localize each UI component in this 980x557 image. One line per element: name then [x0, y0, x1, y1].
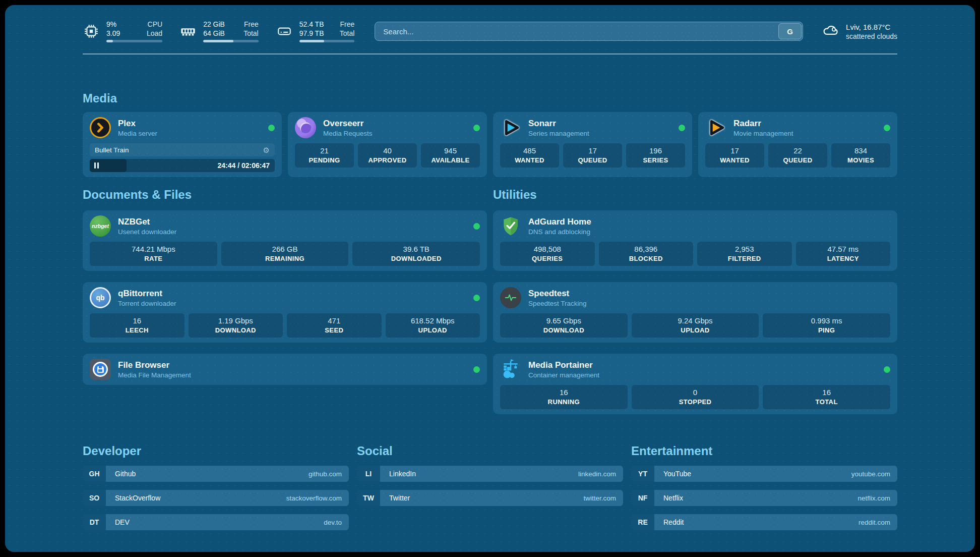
- social-links: Social LI LinkedIn linkedin.com TW Twitt…: [357, 443, 623, 538]
- memory-total-label: Total: [243, 29, 259, 37]
- link-name: Twitter: [389, 494, 410, 502]
- disk-free-value: 52.4 TB: [299, 20, 328, 28]
- section-title-developer: Developer: [83, 443, 349, 459]
- app-card-plex[interactable]: Plex Media server Bullet Train ⚙ 24:44 /…: [83, 112, 282, 177]
- disk-progress-track: [299, 40, 355, 42]
- plex-playback-bar[interactable]: 24:44 / 02:06:47: [90, 159, 275, 172]
- linkedin-abbr-icon: LI: [357, 466, 380, 482]
- status-online-dot: [473, 223, 480, 230]
- app-card-nzbget[interactable]: nzbget NZBGet Usenet downloader 744.21 M…: [83, 210, 487, 271]
- topbar: 9% 3.09 CPU Load: [83, 20, 897, 42]
- app-name: Plex: [118, 119, 157, 129]
- stat-upload: 9.24 GbpsUPLOAD: [632, 313, 759, 338]
- link-netflix[interactable]: NF Netflix netflix.com: [631, 490, 897, 506]
- cpu-icon: [83, 23, 100, 40]
- link-dev[interactable]: DT DEV dev.to: [83, 514, 349, 530]
- weather-condition: scattered clouds: [846, 32, 897, 40]
- dev-abbr-icon: DT: [83, 514, 106, 530]
- link-domain: netflix.com: [858, 494, 890, 502]
- app-name: Overseerr: [323, 119, 373, 129]
- search-input[interactable]: [375, 22, 803, 41]
- app-card-overseerr[interactable]: Overseerr Media Requests 21PENDING 40APP…: [288, 112, 487, 177]
- link-stackoverflow[interactable]: SO StackOverflow stackoverflow.com: [83, 490, 349, 506]
- app-name: AdGuard Home: [528, 217, 591, 227]
- app-card-speedtest[interactable]: Speedtest Speedtest Tracking 9.65 GbpsDO…: [493, 282, 897, 343]
- app-card-radarr[interactable]: Radarr Movie management 17WANTED 22QUEUE…: [698, 112, 897, 177]
- stat-series: 196SERIES: [626, 143, 685, 168]
- app-name: NZBGet: [118, 217, 176, 227]
- app-subtitle: Torrent downloader: [118, 300, 176, 307]
- entertainment-links: Entertainment YT YouTube youtube.com NF …: [631, 443, 897, 538]
- link-reddit[interactable]: RE Reddit reddit.com: [631, 514, 897, 530]
- stat-upload: 618.52 MbpsUPLOAD: [386, 313, 480, 338]
- cpu-load-value: 3.09: [106, 29, 135, 37]
- stat-pending: 21PENDING: [295, 143, 354, 168]
- link-domain: reddit.com: [859, 519, 890, 526]
- app-subtitle: Media Requests: [323, 130, 373, 137]
- app-name: Speedtest: [528, 289, 587, 299]
- status-online-dot: [679, 125, 685, 131]
- search-engine-button[interactable]: G: [778, 23, 802, 39]
- disk-total-label: Total: [340, 29, 355, 37]
- link-domain: dev.to: [324, 519, 342, 526]
- section-title-utilities: Utilities: [493, 187, 897, 202]
- status-online-dot: [473, 366, 480, 373]
- stat-available: 945AVAILABLE: [421, 143, 480, 168]
- section-title-social: Social: [357, 443, 623, 459]
- section-title-documents: Documents & Files: [83, 187, 487, 202]
- load-label: Load: [147, 29, 162, 37]
- stat-remaining: 266 GBREMAINING: [221, 242, 349, 266]
- status-online-dot: [473, 295, 480, 301]
- status-online-dot: [473, 125, 480, 131]
- app-card-qbittorrent[interactable]: qb qBittorrent Torrent downloader 16LEEC…: [83, 282, 487, 343]
- disk-progress-fill: [299, 40, 324, 42]
- cloud-icon: [821, 21, 839, 41]
- sonarr-icon: [500, 117, 521, 138]
- link-twitter[interactable]: TW Twitter twitter.com: [357, 490, 623, 506]
- link-domain: github.com: [309, 470, 342, 478]
- stat-running: 16RUNNING: [500, 385, 628, 409]
- link-name: Netflix: [663, 494, 683, 502]
- section-title-entertainment: Entertainment: [631, 443, 897, 459]
- stat-blocked: 86,396BLOCKED: [599, 242, 694, 266]
- link-name: DEV: [115, 518, 130, 526]
- cpu-usage-value: 9%: [106, 20, 135, 28]
- stat-leech: 16LEECH: [90, 313, 185, 338]
- twitter-abbr-icon: TW: [357, 490, 380, 506]
- stackoverflow-abbr-icon: SO: [83, 490, 106, 506]
- pause-icon[interactable]: [94, 162, 99, 169]
- stat-queued: 17QUEUED: [563, 143, 622, 168]
- link-youtube[interactable]: YT YouTube youtube.com: [631, 466, 897, 482]
- app-subtitle: Movie management: [733, 130, 793, 137]
- status-online-dot: [268, 125, 275, 131]
- memory-free-label: Free: [243, 20, 259, 28]
- status-online-dot: [884, 366, 890, 373]
- app-subtitle: Media File Management: [118, 371, 191, 379]
- stat-latency: 47.57 msLATENCY: [796, 242, 891, 266]
- link-domain: stackoverflow.com: [286, 494, 342, 502]
- gear-icon[interactable]: ⚙: [263, 146, 270, 154]
- link-domain: youtube.com: [851, 470, 890, 478]
- app-card-sonarr[interactable]: Sonarr Series management 485WANTED 17QUE…: [493, 112, 692, 177]
- speedtest-icon: [500, 287, 521, 308]
- cpu-stat-widget: 9% 3.09 CPU Load: [83, 20, 162, 42]
- app-card-filebrowser[interactable]: File Browser Media File Management: [83, 354, 487, 385]
- link-linkedin[interactable]: LI LinkedIn linkedin.com: [357, 466, 623, 482]
- app-card-adguard[interactable]: AdGuard Home DNS and adblocking 498,508Q…: [493, 210, 897, 271]
- netflix-abbr-icon: NF: [631, 490, 654, 506]
- search-bar: G: [375, 22, 803, 41]
- app-name: File Browser: [118, 360, 191, 370]
- stat-downloaded: 39.6 TBDOWNLOADED: [352, 242, 480, 266]
- link-github[interactable]: GH Github github.com: [83, 466, 349, 482]
- stat-approved: 40APPROVED: [358, 143, 417, 168]
- weather-widget: Lviv, 16.87°C scattered clouds: [821, 21, 897, 41]
- memory-progress-track: [203, 40, 259, 42]
- app-name: Media Portainer: [528, 360, 599, 370]
- github-abbr-icon: GH: [83, 466, 106, 482]
- app-name: qBittorrent: [118, 289, 176, 299]
- app-card-portainer[interactable]: Media Portainer Container management 16R…: [493, 354, 897, 414]
- link-name: YouTube: [663, 470, 691, 478]
- disk-total-value: 97.9 TB: [299, 29, 328, 37]
- stat-movies: 834MOVIES: [831, 143, 890, 168]
- link-name: StackOverflow: [115, 494, 160, 502]
